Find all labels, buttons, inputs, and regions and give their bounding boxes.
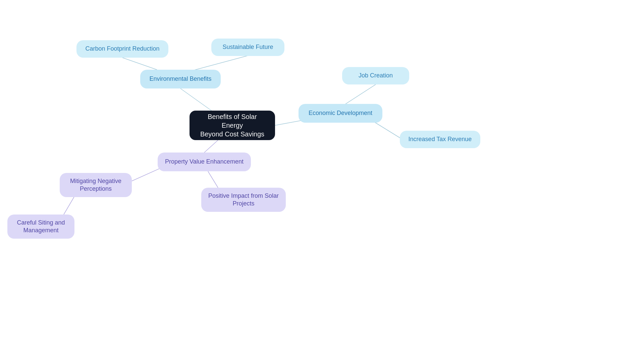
job-creation-node: Job Creation	[342, 67, 409, 84]
economic-development-node: Economic Development	[299, 104, 382, 123]
property-value-node: Property Value Enhancement	[158, 153, 251, 171]
svg-line-9	[208, 171, 218, 188]
increased-tax-revenue-node: Increased Tax Revenue	[400, 131, 480, 148]
job-creation-label: Job Creation	[359, 72, 393, 79]
positive-impact-label: Positive Impact from Solar Projects	[208, 192, 279, 208]
sustainable-future-label: Sustainable Future	[222, 43, 273, 51]
careful-siting-node: Careful Siting and Management	[7, 215, 74, 239]
sustainable-future-node: Sustainable Future	[211, 39, 284, 56]
careful-siting-label: Careful Siting and Management	[17, 219, 65, 235]
center-label: Benefits of Solar Energy Beyond Cost Sav…	[196, 112, 268, 138]
mitigating-negative-node: Mitigating Negative Perceptions	[60, 173, 132, 197]
environmental-label: Environmental Benefits	[149, 75, 211, 83]
center-node: Benefits of Solar Energy Beyond Cost Sav…	[190, 111, 275, 140]
carbon-footprint-node: Carbon Footprint Reduction	[76, 40, 168, 58]
carbon-footprint-label: Carbon Footprint Reduction	[85, 45, 159, 53]
environmental-benefits-node: Environmental Benefits	[140, 70, 221, 88]
economic-development-label: Economic Development	[309, 109, 372, 117]
mitigating-label: Mitigating Negative Perceptions	[70, 177, 121, 193]
svg-line-6	[204, 140, 218, 153]
property-value-label: Property Value Enhancement	[165, 158, 244, 166]
svg-line-1	[122, 58, 157, 70]
positive-impact-node: Positive Impact from Solar Projects	[201, 188, 286, 212]
increased-tax-revenue-label: Increased Tax Revenue	[409, 135, 472, 143]
